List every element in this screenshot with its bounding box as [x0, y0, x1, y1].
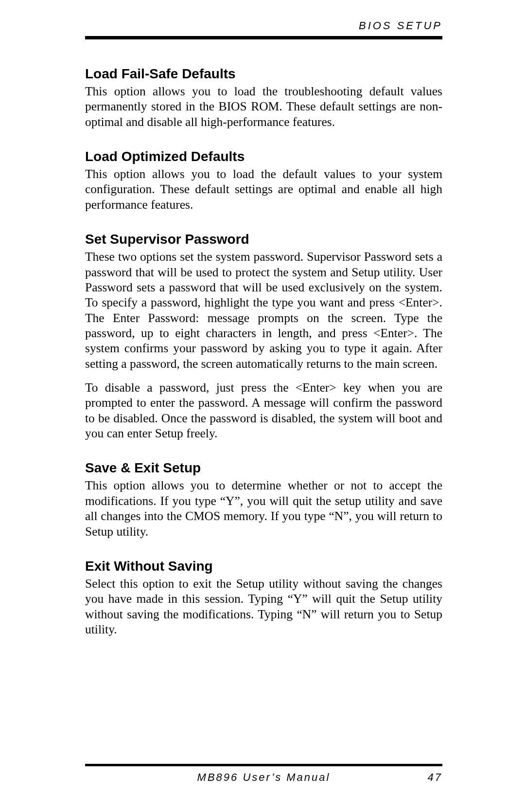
body-paragraph: These two options set the system passwor…: [85, 249, 442, 371]
section-heading: Exit Without Saving: [85, 559, 442, 574]
body-paragraph: This option allows you to load the defau…: [85, 166, 442, 212]
section-heading: Save & Exit Setup: [85, 460, 442, 476]
footer: MB896 User’s Manual 47: [85, 764, 442, 784]
section-heading: Load Optimized Defaults: [85, 149, 442, 164]
section-exit-without-saving: Exit Without Saving Select this option t…: [85, 559, 442, 637]
section-load-fail-safe: Load Fail-Safe Defaults This option allo…: [85, 66, 442, 129]
footer-title: MB896 User’s Manual: [197, 771, 331, 783]
section-save-exit: Save & Exit Setup This option allows you…: [85, 460, 442, 539]
section-heading: Load Fail-Safe Defaults: [85, 66, 442, 82]
section-set-supervisor-password: Set Supervisor Password These two option…: [85, 232, 442, 441]
body-paragraph: This option allows you to determine whet…: [85, 478, 442, 539]
body-paragraph: Select this option to exit the Setup uti…: [85, 576, 442, 637]
header-rule: [85, 36, 442, 39]
body-paragraph: This option allows you to load the troub…: [85, 84, 442, 129]
section-heading: Set Supervisor Password: [85, 232, 442, 247]
footer-rule: [85, 764, 442, 766]
footer-page-number: 47: [428, 771, 442, 784]
section-load-optimized: Load Optimized Defaults This option allo…: [85, 149, 442, 212]
body-paragraph: To disable a password, just press the <E…: [85, 380, 442, 441]
header-title: BIOS SETUP: [85, 19, 442, 32]
manual-page: BIOS SETUP Load Fail-Safe Defaults This …: [0, 0, 525, 812]
